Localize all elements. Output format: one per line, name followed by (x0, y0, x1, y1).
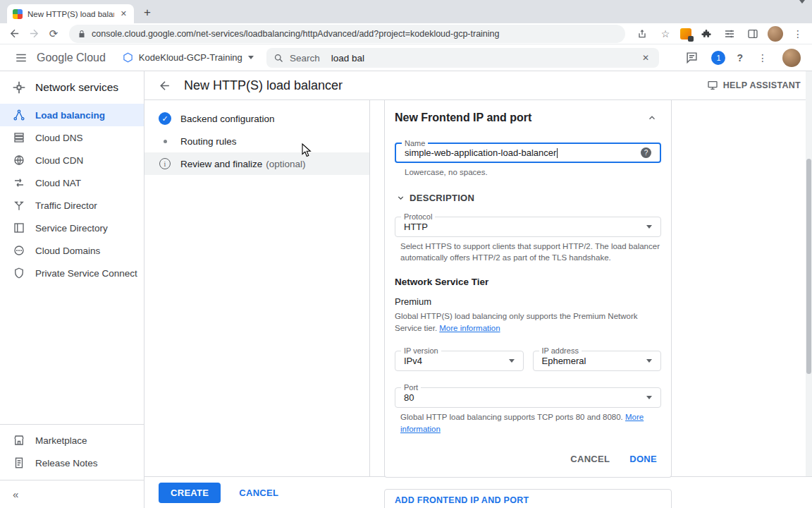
sidebar-item-traffic-director[interactable]: Traffic Director (0, 194, 144, 217)
share-icon[interactable] (634, 25, 651, 42)
frontend-done-button[interactable]: DONE (629, 454, 657, 464)
scrollbar-thumb[interactable] (806, 159, 811, 374)
tab-search-icon[interactable] (799, 4, 805, 16)
card-actions: CANCEL DONE (395, 454, 661, 464)
description-expander[interactable]: DESCRIPTION (396, 193, 661, 203)
feedback-icon[interactable] (683, 49, 700, 66)
dropdown-caret-icon (509, 359, 515, 363)
sidebar-item-cloud-cdn[interactable]: Cloud CDN (0, 149, 144, 171)
screen: New HTTP(S) load balancer – N ✕ + ⟳ cons… (0, 0, 812, 508)
page-header: New HTTP(S) load balancer HELP ASSISTANT (144, 71, 812, 100)
protocol-helper-text: Select HTTPS to support clients that sup… (400, 241, 660, 264)
sidebar-item-load-balancing[interactable]: Load balancing (0, 104, 144, 126)
frontend-cancel-button[interactable]: CANCEL (570, 454, 610, 464)
project-name: KodeKloud-GCP-Training (139, 52, 242, 63)
google-cloud-logo[interactable]: Google Cloud (37, 52, 106, 64)
gcp-header: Google Cloud KodeKloud-GCP-Training Sear… (0, 44, 812, 71)
browser-urlbar: ⟳ console.cloud.google.com/net-services/… (0, 23, 812, 44)
password-extension-icon[interactable] (680, 28, 691, 40)
help-assistant-button[interactable]: HELP ASSISTANT (707, 80, 801, 91)
description-expander-label: DESCRIPTION (410, 193, 474, 203)
text-cursor (557, 148, 558, 158)
release-notes-icon (13, 456, 25, 469)
sidebar-divider (0, 424, 144, 425)
help-assistant-icon (707, 80, 718, 91)
new-tab-button[interactable]: + (138, 4, 156, 22)
sidebar-collapse-button[interactable]: « (0, 480, 144, 508)
gcp-profile-avatar[interactable] (782, 49, 801, 67)
extension-badge (688, 36, 694, 42)
sidebar-item-release-notes[interactable]: Release Notes (0, 452, 144, 474)
cloud-cdn-icon (13, 154, 25, 167)
extensions-puzzle-icon[interactable] (698, 25, 715, 42)
tune-icon[interactable] (721, 25, 738, 42)
sidebar-item-cloud-domains[interactable]: Cloud Domains (0, 239, 144, 262)
url-bar[interactable]: console.cloud.google.com/net-services/lo… (69, 25, 625, 43)
collapse-chevron-icon[interactable] (644, 110, 660, 126)
dropdown-caret-icon (646, 396, 652, 399)
port-select[interactable]: Port 80 (395, 387, 661, 408)
forward-icon[interactable] (25, 25, 42, 42)
sidebar-item-marketplace[interactable]: Marketplace (0, 429, 144, 452)
name-field-value: simple-web-application-load-balancer (405, 147, 556, 158)
ip-version-label: IP version (401, 346, 441, 355)
ip-row: IP version IPv4 IP address Ephemeral (395, 351, 661, 371)
search-query: load bal (331, 53, 634, 64)
help-icon[interactable]: ? (737, 52, 743, 64)
search-clear-icon[interactable]: ✕ (639, 53, 652, 63)
name-help-icon[interactable]: ? (641, 147, 651, 158)
content: Network services Load balancing Cloud DN… (0, 71, 812, 508)
ip-address-select[interactable]: IP address Ephemeral (533, 351, 662, 371)
frontend-card-title: New Frontend IP and port (395, 111, 531, 124)
search-icon (273, 53, 284, 64)
ip-address-label: IP address (539, 346, 582, 355)
search-input[interactable]: Search load bal ✕ (266, 48, 659, 68)
port-value: 80 (404, 392, 414, 403)
sidebar-item-label: Cloud Domains (35, 246, 100, 256)
protocol-select[interactable]: Protocol HTTP (395, 217, 661, 237)
sidebar-item-cloud-nat[interactable]: Cloud NAT (0, 171, 144, 194)
ip-version-value: IPv4 (404, 356, 422, 366)
bookmark-star-icon[interactable]: ☆ (657, 25, 674, 42)
step-backend-configuration[interactable]: ✓ Backend configuration (144, 107, 369, 130)
name-field[interactable]: Name simple-web-application-load-balance… (395, 143, 661, 163)
create-button[interactable]: CREATE (159, 483, 221, 503)
sidebar-item-cloud-dns[interactable]: Cloud DNS (0, 126, 144, 149)
cancel-button[interactable]: CANCEL (239, 488, 278, 498)
page-back-icon[interactable] (154, 75, 174, 95)
gcp-menu-icon[interactable]: ⋮ (754, 49, 771, 66)
step-routing-rules[interactable]: Routing rules (144, 130, 369, 152)
sidebar-item-label: Cloud DNS (35, 133, 83, 143)
frontend-card-header: New Frontend IP and port (395, 107, 661, 126)
traffic-director-icon (13, 199, 25, 212)
back-icon[interactable] (6, 25, 23, 42)
sidebar-item-label: Release Notes (35, 458, 98, 468)
add-frontend-button[interactable]: ADD FRONTEND IP AND PORT (384, 489, 672, 508)
load-balancing-icon (13, 109, 25, 121)
refresh-icon[interactable]: ⟳ (45, 25, 62, 42)
project-switcher[interactable]: KodeKloud-GCP-Training (118, 49, 258, 66)
frontend-form-area: New Frontend IP and port Name simple-web… (370, 100, 812, 476)
cloud-dns-icon (13, 131, 25, 144)
hamburger-menu-icon[interactable] (8, 45, 34, 71)
sidebar-item-service-directory[interactable]: Service Directory (0, 217, 144, 239)
network-services-icon (12, 80, 26, 95)
url-text: console.cloud.google.com/net-services/lo… (92, 29, 500, 39)
browser-tab[interactable]: New HTTP(S) load balancer – N ✕ (7, 4, 134, 23)
sidebar-item-private-service-connect[interactable]: Private Service Connect (0, 262, 144, 284)
browser-profile-avatar[interactable] (768, 26, 783, 42)
cloud-domains-icon (13, 244, 25, 257)
notifications-badge[interactable]: 1 (711, 51, 725, 65)
tier-more-information-link[interactable]: More information (439, 324, 500, 332)
browser-menu-icon[interactable]: ⋮ (789, 25, 806, 42)
tab-favicon-icon (13, 9, 23, 19)
sidebar-item-label: Cloud CDN (35, 155, 83, 166)
project-icon (123, 52, 133, 63)
sidebar-item-label: Load balancing (35, 110, 105, 121)
port-label: Port (401, 383, 421, 392)
tab-close-icon[interactable]: ✕ (119, 9, 128, 18)
ip-version-select[interactable]: IP version IPv4 (395, 351, 524, 371)
side-panel-icon[interactable] (744, 25, 761, 42)
help-assistant-label: HELP ASSISTANT (723, 80, 801, 90)
step-review-and-finalize[interactable]: i Review and finalize (optional) (144, 152, 369, 175)
